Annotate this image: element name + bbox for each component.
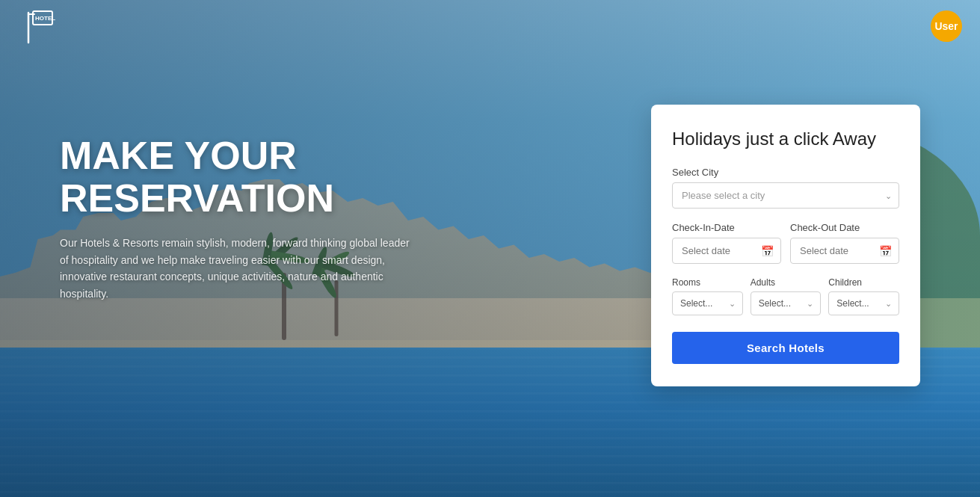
booking-card: Holidays just a click Away Select City P… <box>651 105 920 386</box>
checkout-input[interactable] <box>790 238 899 264</box>
rooms-label: Rooms <box>672 277 743 288</box>
card-headline: Holidays just a click Away <box>672 127 899 150</box>
rooms-select-wrapper: Select... 1 2 3 4 5+ ⌄ <box>672 291 743 315</box>
adults-select-wrapper: Select... 1 2 3 4 5+ ⌄ <box>751 291 822 315</box>
city-label: Select City <box>672 167 899 178</box>
checkin-input[interactable] <box>672 238 781 264</box>
adults-group: Adults Select... 1 2 3 4 5+ ⌄ <box>751 277 822 315</box>
children-select-wrapper: Select... 0 1 2 3 4+ ⌄ <box>828 291 899 315</box>
user-avatar-label: User <box>934 20 958 32</box>
svg-text:HOTEL: HOTEL <box>35 15 55 22</box>
children-label: Children <box>828 277 899 288</box>
children-select[interactable]: Select... 0 1 2 3 4+ <box>828 291 899 315</box>
children-group: Children Select... 0 1 2 3 4+ ⌄ <box>828 277 899 315</box>
search-hotels-button[interactable]: Search Hotels <box>672 332 899 364</box>
hotel-logo-icon: HOTEL <box>18 7 57 46</box>
city-group: Select City Please select a city New Yor… <box>672 167 899 209</box>
checkin-label: Check-In-Date <box>672 222 781 233</box>
hero-description: Our Hotels & Resorts remain stylish, mod… <box>60 235 419 302</box>
checkin-group: Check-In-Date 📅 <box>672 222 781 264</box>
city-select-wrapper: Please select a city New York London Par… <box>672 182 899 209</box>
rooms-select[interactable]: Select... 1 2 3 4 5+ <box>672 291 743 315</box>
checkin-input-wrapper: 📅 <box>672 238 781 264</box>
adults-select[interactable]: Select... 1 2 3 4 5+ <box>751 291 822 315</box>
adults-label: Adults <box>751 277 822 288</box>
city-select[interactable]: Please select a city New York London Par… <box>672 182 899 209</box>
checkout-group: Check-Out Date 📅 <box>790 222 899 264</box>
checkout-input-wrapper: 📅 <box>790 238 899 264</box>
rooms-group: Rooms Select... 1 2 3 4 5+ ⌄ <box>672 277 743 315</box>
navbar: HOTEL User <box>0 0 980 52</box>
dropdowns-row: Rooms Select... 1 2 3 4 5+ ⌄ Adults Sele… <box>672 277 899 315</box>
user-avatar[interactable]: User <box>931 10 962 42</box>
checkout-label: Check-Out Date <box>790 222 899 233</box>
hero-title: MAKE YOUR RESERVATION <box>60 135 471 220</box>
logo: HOTEL <box>18 7 57 46</box>
dates-row: Check-In-Date 📅 Check-Out Date 📅 <box>672 222 899 264</box>
hero-content: MAKE YOUR RESERVATION Our Hotels & Resor… <box>60 135 471 302</box>
